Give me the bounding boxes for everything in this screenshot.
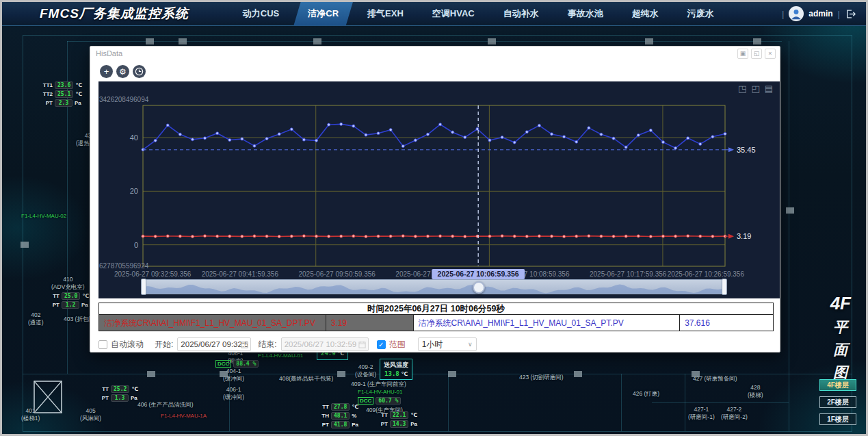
svg-text:20: 20 <box>130 187 138 195</box>
value-cell-blue[interactable]: 37.616 <box>680 315 774 331</box>
room-label: 402(通道) <box>28 311 44 326</box>
slider-left-handle[interactable] <box>141 279 146 295</box>
auto-scroll-checkbox[interactable] <box>98 340 107 349</box>
svg-text:3426208496094: 3426208496094 <box>99 96 149 103</box>
room-label: 428(楼梯) <box>748 384 763 398</box>
end-datetime-input[interactable] <box>281 337 369 351</box>
wall-block <box>146 38 154 44</box>
floor-buttons: 4F楼层 2F楼层 1F楼层 <box>819 379 856 425</box>
fit-window-button[interactable]: ▣ <box>737 49 748 59</box>
sensor-readout: TT27.8℃TH48.1%PT41.8Pa <box>318 403 358 430</box>
wall-line <box>448 374 449 431</box>
nav-tab-accident-pool[interactable]: 事故水池 <box>553 2 618 26</box>
wall-block <box>645 38 653 44</box>
floor-title-char: 面 <box>833 340 847 359</box>
wall-block <box>220 371 228 377</box>
sensor-box: 送风温度13.8 ℃ <box>380 359 412 380</box>
room-label: F1-L4-HV-MAU-01 <box>258 352 303 359</box>
wall-block <box>21 242 29 248</box>
range-label: 范围 <box>389 339 406 350</box>
range-select[interactable]: 1小时 ∨ <box>418 337 477 351</box>
floor-button-4f[interactable]: 4F楼层 <box>819 379 856 391</box>
nav-tab-exhaust-exh[interactable]: 排气EXH <box>353 2 418 26</box>
wall-block <box>753 38 761 44</box>
wall-line <box>789 41 789 431</box>
room-label: 409-2(设备间) <box>355 363 376 378</box>
table-row: 洁净系统CR\AI\AI_HMI\F1_L1_HV_MAU_01_SA_DPT.… <box>98 315 774 331</box>
history-chart[interactable]: 40200342620849609462787055969242025-06-2… <box>98 81 780 298</box>
save-data-icon[interactable]: ▤ <box>765 84 773 94</box>
divider: | <box>782 9 784 19</box>
room-label: 427-1(研磨间-1) <box>688 406 715 420</box>
room-label: F1-L4-HV-MAU-1A <box>161 413 207 420</box>
wall-block <box>147 371 155 377</box>
room-label: 401(楼梯1) <box>21 407 40 422</box>
bottom-controls: 自动滚动 开始: 结束: <box>98 337 774 352</box>
logout-icon[interactable] <box>845 8 856 20</box>
slider-overview-wave <box>144 280 724 294</box>
value-cell-red[interactable]: 3.19 <box>326 315 414 331</box>
wall-block <box>448 371 456 377</box>
svg-text:3.19: 3.19 <box>737 232 751 240</box>
zoom-select-icon[interactable]: ◳ <box>738 84 746 94</box>
user-avatar-icon[interactable] <box>789 6 804 21</box>
nav-tab-power-cus[interactable]: 动力CUS <box>228 2 293 26</box>
cursor-time-header: 时间2025年06月27日 10时06分59秒 <box>98 303 774 315</box>
maximize-window-button[interactable]: ◱ <box>751 49 762 59</box>
username[interactable]: admin <box>808 9 832 18</box>
datazoom-slider[interactable] <box>143 279 725 294</box>
screen: 430(退热车间)F1-L4-HV-MAU-02410(ADV充电室)402(通… <box>0 0 868 436</box>
floor-title-4f: 4F <box>830 293 851 314</box>
end-label: 结束: <box>258 339 276 350</box>
range-select-value: 1小时 <box>422 339 443 350</box>
room-label: F1-L4-HV-AHU-01 <box>358 389 402 396</box>
dialog-title: HisData <box>96 49 122 57</box>
dialog-titlebar[interactable]: HisData ▣ ◱ × <box>90 47 780 60</box>
time-range-button[interactable] <box>133 65 146 78</box>
floor-button-1f[interactable]: 1F楼层 <box>819 413 856 425</box>
start-datetime-wrap <box>177 337 251 351</box>
nav-tab-clean-cr[interactable]: 洁净CR <box>293 2 353 26</box>
value-table: 时间2025年06月27日 10时06分59秒 洁净系统CR\AI\AI_HMI… <box>98 303 774 331</box>
tag-cell-red[interactable]: 洁净系统CR\AI\AI_HMI\F1_L1_HV_MAU_01_SA_DPT.… <box>99 315 326 331</box>
slider-right-handle[interactable] <box>722 279 727 295</box>
sensor-readout: TT25.2℃PT1.3Pa <box>98 385 138 403</box>
svg-text:40: 40 <box>130 133 138 142</box>
room-label: 410(ADV充电室) <box>51 276 85 290</box>
nav-tab-upw[interactable]: 超纯水 <box>618 2 673 26</box>
svg-text:35.45: 35.45 <box>737 146 756 154</box>
start-datetime-input[interactable] <box>177 337 251 351</box>
top-bar: FMCS厂务集成监控系统 动力CUS 洁净CR 排气EXH 空调HVAC 自动补… <box>2 2 866 26</box>
close-window-button[interactable]: × <box>765 49 776 59</box>
user-box: | admin | <box>782 6 856 21</box>
room-label: 409-1 (生产车间前室) <box>351 381 406 388</box>
floor-plan-title: 4F 平 面 图 <box>830 293 851 382</box>
history-chart-panel: ◳ ◰ ▤ 4020034262084960946278705596924202… <box>98 81 780 298</box>
settings-button[interactable]: ⚙ <box>116 65 129 78</box>
room-label: 426 (打磨) <box>633 390 659 398</box>
wall-block <box>488 38 496 44</box>
nav-tab-auto-water[interactable]: 自动补水 <box>489 2 553 26</box>
wall-block <box>786 207 794 214</box>
dialog-toolbar: + ⚙ <box>100 65 146 78</box>
wall-block <box>574 371 582 377</box>
wall-line <box>621 374 622 431</box>
nav-tab-hvac[interactable]: 空调HVAC <box>418 2 489 26</box>
start-label: 开始: <box>155 339 173 350</box>
hisdata-dialog: HisData ▣ ◱ × + ⚙ ◳ ◰ ▤ 402003 <box>90 46 780 352</box>
nav-tab-wastewater[interactable]: 污废水 <box>673 2 728 26</box>
floor-button-2f[interactable]: 2F楼层 <box>819 396 856 408</box>
range-checkbox[interactable]: ✓ <box>377 340 386 349</box>
dcc-badge: DCC60.7 % <box>358 397 401 405</box>
room-label: 405(风淋间) <box>80 407 101 422</box>
main-nav: 动力CUS 洁净CR 排气EXH 空调HVAC 自动补水 事故水池 超纯水 污废… <box>228 2 728 26</box>
tag-cell-blue[interactable]: 洁净系统CR\AI\AI_HMI\F1_L1_HV_MAU_01_SA_PT.P… <box>414 315 681 331</box>
dialog-window-controls: ▣ ◱ × <box>737 49 776 59</box>
end-datetime-wrap <box>281 337 369 351</box>
room-label: F1-L4-HV-MAU-02 <box>21 213 66 220</box>
svg-text:0: 0 <box>134 241 138 249</box>
room-label: 406-1(缓冲间) <box>223 386 244 400</box>
restore-icon[interactable]: ◰ <box>751 84 759 94</box>
add-curve-button[interactable]: + <box>100 65 113 78</box>
sensor-readout: TT25.0℃PT1.2Pa <box>49 292 89 310</box>
